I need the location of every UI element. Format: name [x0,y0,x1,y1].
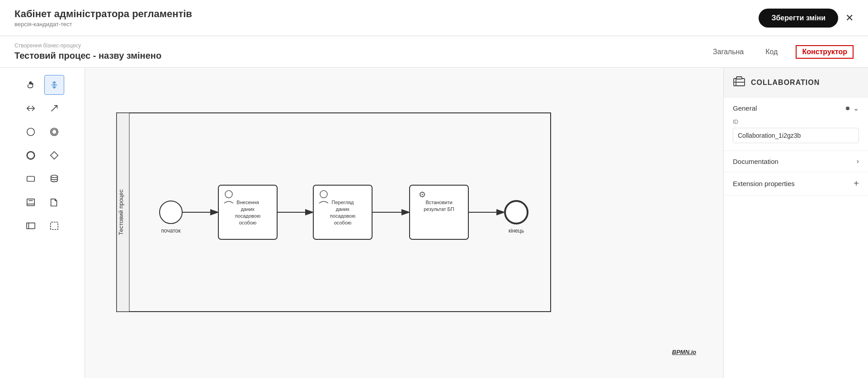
general-chevron-icon: ⌄ [853,104,859,112]
svg-text:даних: даних [241,206,255,212]
documentation-expand-icon: › [857,157,859,165]
header-title-block: Кабінет адміністратора регламентів версі… [14,8,192,28]
general-section-title: General [733,104,757,112]
toolbar-row-6 [5,192,79,212]
panel-header: COLLABORATION [724,68,868,98]
id-field-label: ID [733,119,859,125]
toolbar-row-2 [5,98,79,118]
svg-rect-23 [218,185,277,239]
documentation-section-title: Documentation [733,158,778,165]
general-section-controls: ⌄ [846,104,859,112]
svg-text:Внесення: Внесення [236,200,259,205]
tool-intermediate-event[interactable] [44,122,64,142]
save-button[interactable]: Зберегти зміни [759,9,838,28]
svg-text:посадовою: посадовою [235,213,260,219]
header-actions: Зберегти зміни ✕ [759,9,854,28]
svg-text:Встановити: Встановити [425,200,452,205]
svg-point-4 [27,128,34,136]
app-title: Кабінет адміністратора регламентів [14,8,192,20]
tool-create-space[interactable] [44,75,64,95]
svg-text:⚙: ⚙ [419,190,426,199]
svg-text:Перегляд: Перегляд [332,200,354,205]
general-section-header[interactable]: General ⌄ [724,98,868,119]
svg-rect-14 [26,223,34,229]
toolbar-row-3 [5,122,79,142]
svg-point-7 [27,152,34,159]
right-panel: COLLABORATION General ⌄ ID Documentation… [723,68,868,378]
collaboration-icon [733,75,745,90]
subheader-left: Створення бізнес-процесу Тестовий процес… [14,42,161,61]
svg-line-3 [51,106,57,112]
svg-rect-30 [313,185,372,239]
svg-text:Тестовий процес: Тестовий процес [118,189,124,235]
toolbar-row-5 [5,169,79,189]
svg-text:даних: даних [336,206,350,212]
app-subtitle: версія-кандидат-тест [14,21,192,28]
svg-point-42 [505,201,528,224]
svg-marker-8 [50,152,58,159]
panel-section-documentation[interactable]: Documentation › [724,151,868,172]
tool-hand[interactable] [21,75,41,95]
svg-rect-9 [27,177,34,182]
canvas-area[interactable]: Тестовий процес початок Внесення даних п… [85,68,723,378]
tab-kod[interactable]: Код [762,46,781,58]
tool-task[interactable] [21,169,41,189]
bpmn-svg: Тестовий процес початок Внесення даних п… [103,86,578,366]
svg-point-6 [52,130,57,135]
svg-rect-48 [736,77,742,79]
tool-group[interactable] [44,216,64,236]
subheader: Створення бізнес-процесу Тестовий процес… [0,36,868,68]
tool-data-object[interactable] [44,192,64,212]
tool-gateway[interactable] [44,145,64,165]
svg-text:посадовою: посадовою [330,213,355,219]
tool-start-event[interactable] [21,122,41,142]
svg-text:особою: особою [239,220,257,225]
svg-text:особою: особою [334,220,352,225]
extension-properties-plus-icon: + [854,178,859,189]
bpmn-diagram: Тестовий процес початок Внесення даних п… [103,86,705,360]
svg-text:результат БП: результат БП [424,206,454,212]
main-area: Тестовий процес початок Внесення даних п… [0,68,868,378]
toolbar-row-4 [5,145,79,165]
toolbar [0,68,85,378]
svg-text:кінець: кінець [509,228,524,234]
id-field-input[interactable] [733,128,859,143]
svg-text:початок: початок [161,228,181,234]
tab-konstruktor[interactable]: Конструктор [796,45,854,59]
tool-connect[interactable] [21,98,41,118]
svg-point-20 [160,201,182,224]
tool-subprocess[interactable] [21,192,41,212]
close-button[interactable]: ✕ [845,12,854,24]
bpmn-watermark: BPMN.io [672,349,696,355]
toolbar-row-1 [5,75,79,95]
panel-title: COLLABORATION [751,79,820,87]
panel-section-extension-properties[interactable]: Extension properties + [724,172,868,196]
panel-section-general: General ⌄ ID [724,98,868,151]
svg-rect-16 [50,222,58,230]
extension-properties-title: Extension properties [733,180,795,187]
tool-data-store[interactable] [44,169,64,189]
general-section-content: ID [724,119,868,150]
svg-rect-11 [27,199,34,206]
tool-lasso[interactable] [44,98,64,118]
subheader-tabs: Загальна Код Конструктор [709,45,854,59]
breadcrumb: Створення бізнес-процесу [14,42,161,49]
toolbar-row-7 [5,216,79,236]
process-name: Тестовий процес - назву змінено [14,51,161,61]
svg-point-10 [51,175,57,178]
tool-pool[interactable] [21,216,41,236]
app-header: Кабінет адміністратора регламентів версі… [0,0,868,36]
general-dot-indicator [846,107,849,110]
tab-zagalna[interactable]: Загальна [709,46,747,58]
tool-end-event[interactable] [21,145,41,165]
